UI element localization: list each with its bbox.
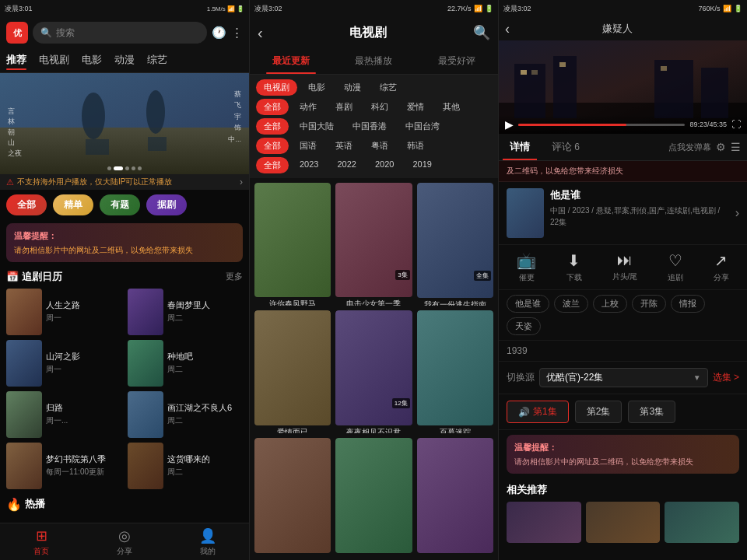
- p2-chip-all-lang[interactable]: 全部: [256, 138, 289, 154]
- progress-bar[interactable]: [518, 124, 685, 126]
- p2-chip-all-region[interactable]: 全部: [256, 118, 289, 135]
- p3-select-all-button[interactable]: 选集 >: [713, 371, 739, 384]
- p1-notice-bar[interactable]: ⚠ 不支持海外用户播放，仅大陆IP可以正常播放 ›: [0, 174, 249, 190]
- p1-nav-profile[interactable]: 👤 我的: [166, 523, 249, 560]
- list-item[interactable]: 梦幻书院第八季 每周一11:00更新: [6, 443, 121, 489]
- p3-list-icon[interactable]: ☰: [731, 141, 741, 153]
- p3-action-share[interactable]: ↗ 分享: [714, 251, 729, 283]
- p3-action-download[interactable]: ⬇ 下载: [566, 251, 582, 283]
- p2-tab-best[interactable]: 最受好评: [416, 48, 498, 74]
- p3-episode-1[interactable]: 🔊 第1集: [507, 401, 569, 423]
- filter-selected-btn[interactable]: 精单: [53, 194, 93, 215]
- p2-card-1[interactable]: 许你春风野马: [254, 183, 331, 306]
- p2-card-title-4: 爱情而已: [254, 428, 331, 434]
- p3-show-more-button[interactable]: ›: [735, 206, 739, 220]
- p2-chip-korean[interactable]: 韩语: [399, 138, 432, 154]
- filter-all-btn[interactable]: 全部: [6, 194, 47, 215]
- p3-source-select[interactable]: 优酷(官)-22集 ▼: [539, 368, 708, 387]
- p3-action-follow[interactable]: ♡ 追剧: [668, 251, 683, 283]
- p3-danmu-label[interactable]: 点我发弹幕: [668, 142, 711, 153]
- p2-card-9[interactable]: [417, 438, 493, 555]
- p2-chip-2023[interactable]: 2023: [292, 157, 326, 173]
- p2-card-7[interactable]: [254, 438, 331, 555]
- p1-nav-tv[interactable]: 电视剧: [39, 53, 69, 68]
- list-item[interactable]: 这货哪来的 周二: [128, 443, 243, 489]
- p3-tab-comment[interactable]: 评论 6: [541, 134, 591, 160]
- history-icon[interactable]: 🕐: [212, 26, 226, 40]
- p3-video-player[interactable]: ▶ 89:23/45:35 ⛶: [499, 40, 747, 134]
- p2-chip-hk[interactable]: 中国香港: [345, 118, 395, 135]
- p3-show-name: 他是谁: [550, 188, 729, 202]
- p3-tag-6[interactable]: 天姿: [507, 317, 541, 335]
- p2-chip-anime[interactable]: 动漫: [336, 79, 369, 96]
- p1-nav-share[interactable]: ◎ 分享: [83, 523, 167, 560]
- p2-chip-2019[interactable]: 2019: [405, 157, 439, 173]
- p2-chip-all-year[interactable]: 全部: [256, 157, 289, 173]
- p1-nav-anime[interactable]: 动漫: [114, 53, 135, 68]
- p3-action-remind[interactable]: 📺 催更: [517, 251, 536, 283]
- filter-drama-btn[interactable]: 据剧: [146, 194, 187, 215]
- p3-related-card-2[interactable]: [586, 502, 661, 544]
- p1-nav-variety[interactable]: 综艺: [147, 53, 167, 68]
- p3-episode-2[interactable]: 第2集: [575, 401, 622, 423]
- p2-chip-romance[interactable]: 爱情: [399, 99, 432, 115]
- p2-chip-action[interactable]: 动作: [292, 99, 324, 115]
- list-item[interactable]: 画江湖之不良人6 周二: [128, 391, 243, 438]
- p3-tag-1[interactable]: 他是谁: [507, 295, 549, 313]
- p2-badge-2: 3集: [395, 270, 409, 280]
- list-item[interactable]: 人生之路 周一: [6, 289, 121, 335]
- p3-tag-5[interactable]: 情报: [671, 295, 705, 313]
- p1-hero-banner[interactable]: 言 林 朝 山 之夜 蔡 飞 宇 饰 中...: [0, 73, 249, 174]
- filter-topic-btn[interactable]: 有题: [100, 194, 140, 215]
- p3-episode-3[interactable]: 第3集: [628, 401, 675, 423]
- p1-nav-home[interactable]: ⊞ 首页: [0, 523, 83, 560]
- p3-show-meta: 中国 / 2023 / 悬疑,罪案,刑侦,国产,连续剧,电视剧 / 22集: [550, 205, 729, 228]
- p2-chip-mandarin[interactable]: 国语: [292, 138, 324, 154]
- more-icon[interactable]: ⋮: [231, 26, 243, 40]
- play-button[interactable]: ▶: [505, 118, 514, 131]
- p2-card-8[interactable]: [335, 438, 412, 555]
- p3-tag-3[interactable]: 上校: [593, 295, 627, 313]
- p2-tab-hot[interactable]: 最热播放: [332, 48, 415, 74]
- p2-chip-2020[interactable]: 2020: [367, 157, 402, 173]
- list-item[interactable]: 归路 周一...: [6, 391, 121, 438]
- p2-chip-other-genre[interactable]: 其他: [435, 99, 468, 115]
- p2-chip-cantonese[interactable]: 粤语: [363, 138, 396, 154]
- p2-chip-2022[interactable]: 2022: [329, 157, 363, 173]
- fullscreen-button[interactable]: ⛶: [731, 119, 741, 130]
- p2-chip-movie[interactable]: 电影: [300, 79, 333, 96]
- p3-tag-4[interactable]: 开陈: [632, 295, 666, 313]
- p3-tag-2[interactable]: 波兰: [554, 295, 588, 313]
- p2-card-5[interactable]: 12集 夜夜相见不识君: [335, 310, 412, 433]
- p1-nav: 推荐 电视剧 电影 动漫 综艺: [0, 48, 249, 73]
- p2-chip-english[interactable]: 英语: [328, 138, 360, 154]
- p3-back-button[interactable]: ‹: [505, 21, 510, 37]
- p3-related-card-3[interactable]: [665, 502, 739, 544]
- p3-action-skipintro[interactable]: ⏭ 片头/尾: [612, 251, 638, 283]
- p2-tab-recent[interactable]: 最近更新: [250, 48, 332, 74]
- p1-track-more[interactable]: 更多: [226, 271, 243, 282]
- p2-card-3[interactable]: 全集 我有一份逃生指南: [417, 183, 493, 306]
- list-item[interactable]: 春闺梦里人 周二: [128, 289, 243, 335]
- p2-card-4[interactable]: 爱情而已: [254, 310, 331, 433]
- p2-chip-comedy[interactable]: 喜剧: [328, 99, 360, 115]
- p2-back-button[interactable]: ‹: [258, 24, 263, 42]
- p2-chip-all-genre[interactable]: 全部: [256, 99, 289, 115]
- p1-nav-movie[interactable]: 电影: [82, 53, 102, 68]
- p3-related-card-1[interactable]: [507, 502, 581, 544]
- p2-card-2[interactable]: 3集 电击少女第一季: [335, 183, 412, 306]
- p2-search-button[interactable]: 🔍: [473, 24, 490, 41]
- p2-card-6[interactable]: 百慕迷踪: [417, 310, 493, 433]
- list-item[interactable]: 种地吧 周二: [128, 340, 243, 387]
- p3-settings-icon[interactable]: ⚙: [716, 141, 726, 153]
- p1-search-box[interactable]: 🔍 搜索: [33, 22, 207, 44]
- drama-thumb: [128, 443, 163, 489]
- p2-chip-tv[interactable]: 电视剧: [256, 79, 297, 96]
- p2-chip-variety[interactable]: 综艺: [372, 79, 405, 96]
- list-item[interactable]: 山河之影 周一: [6, 340, 121, 387]
- p1-nav-recommend[interactable]: 推荐: [6, 53, 26, 68]
- p2-chip-scifi[interactable]: 科幻: [363, 99, 396, 115]
- p3-tab-detail[interactable]: 详情: [499, 134, 541, 160]
- p2-chip-tw[interactable]: 中国台湾: [398, 118, 447, 135]
- p2-chip-mainland[interactable]: 中国大陆: [292, 118, 342, 135]
